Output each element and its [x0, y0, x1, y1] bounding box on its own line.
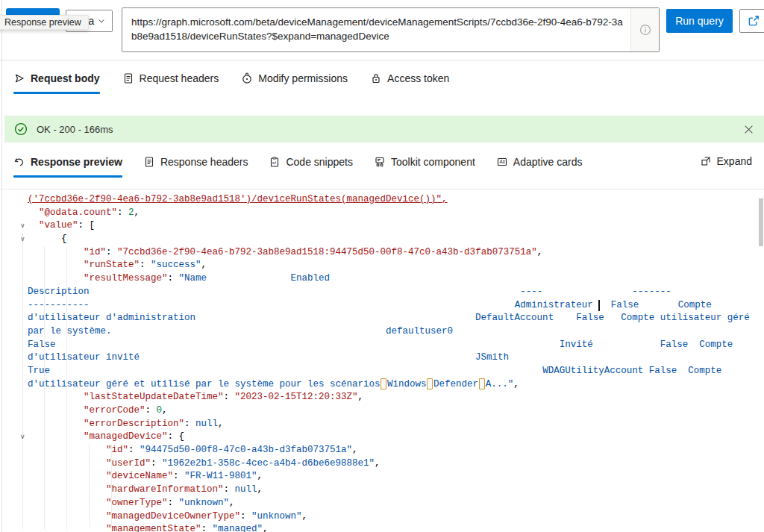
code-line: False Invité False Compte	[0, 339, 758, 352]
topbar-divider	[0, 60, 764, 60]
tab-modify-permissions[interactable]: Modify permissions	[241, 67, 348, 97]
tab-label: Response preview	[31, 156, 122, 168]
code-line: "managedDeviceOwnerType": "unknown",	[0, 510, 758, 524]
tab-access-token[interactable]: Access token	[370, 67, 449, 97]
run-query-button[interactable]: Run query	[666, 9, 733, 33]
query-url-text: https://graph.microsoft.com/beta/deviceM…	[122, 8, 630, 51]
response-tabs: Response preview Response headers Code s…	[13, 151, 582, 181]
code-line: d'utilisateur d'administration DefaultAc…	[0, 312, 758, 325]
code-line: "ownerType": "unknown",	[0, 497, 758, 510]
special-char-box-icon	[479, 378, 485, 389]
svg-text:A: A	[499, 159, 503, 164]
share-query-button[interactable]	[739, 9, 764, 33]
fold-chevron-icon[interactable]: ∨	[20, 233, 29, 246]
code-line: "errorDescription": null,	[0, 418, 758, 431]
tab-code-snippets[interactable]: Code snippets	[269, 151, 353, 181]
document-icon	[122, 72, 134, 84]
code-line: "resultMessage": "Name Enabled	[0, 272, 758, 286]
code-line: "id": "7ccbd36e-2f90-4ea6-b792-3ab8e9ad1…	[0, 246, 758, 260]
chevron-down-icon	[97, 16, 106, 25]
expand-label: Expand	[717, 155, 752, 167]
card-icon: A	[496, 156, 508, 168]
expand-button[interactable]: Expand	[700, 155, 752, 167]
component-icon	[374, 156, 386, 168]
tab-label: Request body	[31, 72, 100, 84]
fold-chevron-icon[interactable]: ∨	[20, 431, 29, 444]
code-line: "lastStateUpdateDateTime": "2023-02-15T1…	[0, 391, 758, 404]
tab-request-body[interactable]: Request body	[13, 67, 100, 97]
code-line: d'utilisateur invité JSmith	[0, 351, 758, 365]
tooltip: Response preview	[0, 15, 89, 30]
code-line: "deviceName": "FR-W11-9801",	[0, 470, 758, 484]
expand-icon	[700, 155, 712, 167]
tab-label: Request headers	[140, 72, 219, 84]
undo-icon	[13, 156, 25, 168]
query-url-input[interactable]: https://graph.microsoft.com/beta/deviceM…	[122, 7, 660, 52]
tab-label: Toolkit component	[391, 156, 475, 168]
info-icon[interactable]	[639, 24, 651, 36]
code-line: True WDAGUtilityAccount False Compte	[0, 365, 758, 378]
lock-icon	[370, 72, 382, 84]
tab-label: Modify permissions	[258, 72, 348, 84]
code-line: d'utilisateur géré et utilisé par le sys…	[0, 378, 758, 392]
check-circle-icon	[14, 122, 28, 136]
code-line: Description ---- -------	[0, 286, 758, 299]
special-char-box-icon	[427, 378, 433, 389]
tab-adaptive-cards[interactable]: A Adaptive cards	[496, 151, 583, 181]
code-line: "errorCode": 0,	[0, 404, 758, 418]
document-icon	[143, 156, 155, 168]
tab-toolkit-component[interactable]: Toolkit component	[374, 151, 475, 181]
request-tabs: Request body Request headers Modify perm…	[13, 67, 449, 97]
scrollbar-thumb[interactable]	[759, 198, 763, 246]
tab-label: Adaptive cards	[513, 156, 583, 168]
code-line: ('7ccbd36e-2f90-4ea6-b792-3ab8e9ad1518')…	[0, 193, 758, 207]
send-icon	[13, 72, 25, 84]
code-line: ∨ "managedDevice": {	[0, 431, 758, 444]
tab-label: Access token	[387, 72, 449, 84]
query-bar: Response preview beta https://graph.micr…	[0, 0, 764, 60]
code-clipboard-icon	[269, 156, 281, 168]
status-bar: OK - 200 - 166ms	[4, 116, 764, 143]
close-icon[interactable]	[742, 123, 754, 135]
tab-response-preview[interactable]: Response preview	[13, 151, 122, 181]
status-message: OK - 200 - 166ms	[37, 124, 113, 135]
fold-chevron-icon[interactable]: ∨	[20, 219, 29, 233]
text-cursor	[598, 300, 600, 311]
tab-request-headers[interactable]: Request headers	[122, 67, 219, 97]
url-info-zone	[630, 8, 659, 51]
code-line: "@odata.count": 2,	[0, 207, 758, 220]
code-line: "hardwareInformation": null,	[0, 484, 758, 497]
code-line: par le système. defaultuser0	[0, 325, 758, 339]
code-line: ∨ {	[0, 233, 758, 246]
code-line: "userId": "1962e2b1-358c-4cec-a4b4-d6be6…	[0, 457, 758, 471]
code-line: "id": "94475d50-00f8-47c0-a43b-d3fab0737…	[0, 444, 758, 457]
share-icon	[747, 14, 760, 28]
code-editor[interactable]: ('7ccbd36e-2f90-4ea6-b792-3ab8e9ad1518')…	[0, 190, 758, 532]
tab-label: Response headers	[160, 156, 248, 168]
tab-label: Code snippets	[286, 156, 353, 168]
code-line: ∨ "value": [	[0, 219, 758, 233]
code-line: "runState": "success",	[0, 259, 758, 272]
permissions-icon	[241, 72, 253, 84]
code-line: "managementState": "managed",	[0, 523, 758, 532]
special-char-box-icon	[381, 378, 386, 389]
code-line: ----------- Administrateur False Compte	[0, 299, 758, 313]
tab-response-headers[interactable]: Response headers	[143, 151, 248, 181]
